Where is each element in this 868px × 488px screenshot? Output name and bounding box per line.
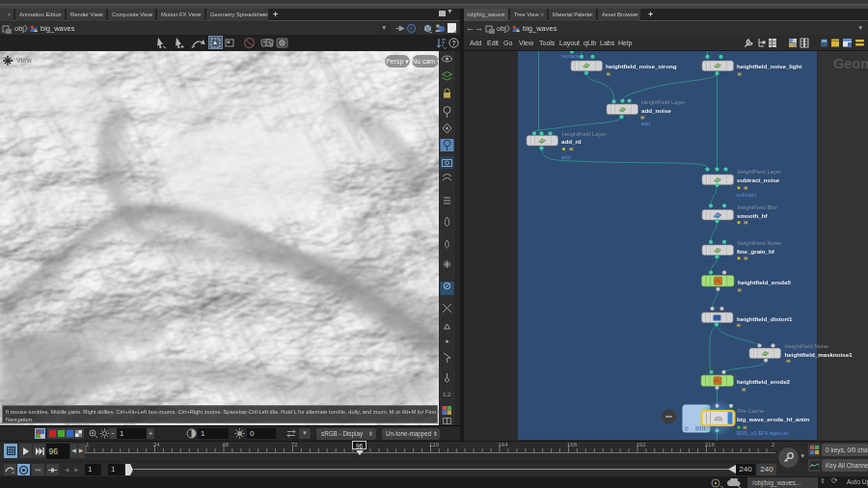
- svg-text:1,2: 1,2: [443, 392, 451, 397]
- svg-text:?: ?: [451, 40, 455, 46]
